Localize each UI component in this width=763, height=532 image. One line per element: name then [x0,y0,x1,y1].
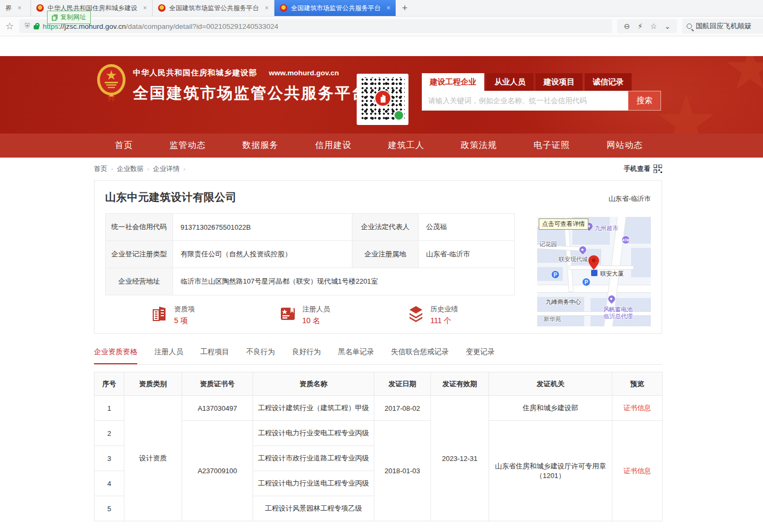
tab-projects[interactable]: 工程项目 [200,347,229,364]
nav-data-service[interactable]: 数据服务 [242,140,279,151]
tab-registered-personnel[interactable]: 注册人员 [154,347,183,364]
nav-e-license[interactable]: 电子证照 [534,140,570,151]
tab-bad-behavior[interactable]: 不良行为 [246,347,275,364]
security-shield-icon[interactable]: ⛨ [25,22,30,30]
mobile-view-label[interactable]: 手机查看 [624,165,650,174]
breadcrumb-company-data[interactable]: 企业数据 [117,165,144,174]
table-row: 企业登记注册类型 有限责任公司（自然人投资或控股） 企业注册属地 山东省-临沂市 [106,241,515,268]
col-preview: 预览 [612,372,663,396]
browser-tab-jzsc[interactable]: 全国建筑市场监管公共服务平台 × [153,0,274,16]
address-field[interactable]: ⛨ https://jzsc.mohurd.gov.cn/data/compan… [19,19,612,33]
company-location-map[interactable]: 点击可查看详情 九州超市 ATM 记花园 联安现代城 联安大厦 P P 九峰商务… [537,217,651,326]
certificate-icon [279,304,297,323]
brand-text: 中华人民共和国住房和城乡建设部 www.mohurd.gov.cn 全国建筑市场… [133,63,368,104]
nav-policy[interactable]: 政策法规 [461,140,497,151]
cell-category: 设计资质 [124,396,182,521]
map-label-garden: 记花园 [539,240,557,248]
legal-rep-value: 公茂福 [419,214,515,241]
stat-value: 111 个 [430,316,458,326]
copy-url-tooltip: 复制网址 [47,11,91,24]
parking-marker-icon: P [551,270,560,279]
site-brand[interactable]: 中华人民共和国住房和城乡建设部 www.mohurd.gov.cn 全国建筑市场… [96,63,368,104]
stat-label: 历史业绩 [430,304,458,314]
flash-icon[interactable]: ⚡ [638,22,643,30]
cell-index: 4 [95,471,124,496]
nav-home[interactable]: 首页 [115,140,133,151]
tab-blacklist[interactable]: 黑名单记录 [338,347,374,364]
tab-title: 全国建筑市场监管公共服务平台 [169,4,259,13]
col-authority: 发证机关 [489,372,612,396]
browser-tab-active[interactable]: 全国建筑市场监管公共服务平台 × [274,0,396,16]
new-tab-button[interactable]: + [396,0,414,16]
search-tab-project[interactable]: 建设项目 [536,73,583,91]
qr-mini-icon[interactable] [654,165,662,173]
stat-value: 10 名 [302,316,330,326]
site-header-banner: 中华人民共和国住房和城乡建设部 www.mohurd.gov.cn 全国建筑市场… [0,56,763,134]
building-icon [151,304,169,323]
ministry-website: www.mohurd.gov.cn [269,69,339,77]
nav-site-news[interactable]: 网站动态 [607,140,643,151]
map-label-battery-line2: 临沂总代理 [603,312,633,320]
red-location-pin-icon [588,255,599,270]
nav-supervision[interactable]: 监管动态 [169,140,206,151]
parking-marker-icon: P [582,278,591,286]
reg-place-value: 山东省-临沂市 [419,241,515,268]
qualification-table: 序号 资质类别 资质证书号 资质名称 发证日期 发证有效期 发证机关 预览 1 … [94,372,663,521]
search-suggestion-text[interactable]: 国航回应飞机颠簸 [696,21,751,31]
tab-change-records[interactable]: 变更记录 [466,347,495,364]
col-category: 资质类别 [124,372,182,396]
col-index: 序号 [95,372,124,396]
search-tab-enterprise[interactable]: 建设工程企业 [422,73,484,91]
company-stats: 资质项 5 项 注册人员 10 名 [151,304,535,326]
col-validity: 发证有效期 [431,372,489,396]
stat-historical-projects[interactable]: 历史业绩 111 个 [407,304,535,326]
reg-type-label: 企业登记注册类型 [106,241,173,268]
col-issue-date: 发证日期 [374,372,431,396]
breadcrumb-home[interactable]: 首页 [94,165,107,174]
certificate-info-link[interactable]: 证书信息 [612,396,663,421]
tab-qualifications[interactable]: 企业资质资格 [94,347,137,364]
cell-cert-no: A237009100 [182,421,253,521]
chevron-down-icon[interactable]: ⌄ [664,22,671,30]
map-label-lianan-tower: 联安大厦 [600,270,624,278]
search-button[interactable]: 搜索 [628,91,661,111]
browser-search-box[interactable]: 国航回应飞机颠簸 [682,19,763,34]
map-label-lianan-city: 联安现代城 [559,255,588,263]
stat-registered-personnel[interactable]: 注册人员 10 名 [279,304,407,326]
zoom-out-icon[interactable]: ⊖ [624,22,630,30]
company-info-table: 统一社会信用代码 91371302675501022B 企业法定代表人 公茂福 … [105,213,515,295]
search-tab-personnel[interactable]: 从业人员 [486,73,533,91]
tab-close-icon[interactable]: × [18,4,21,12]
search-tab-credit[interactable]: 诚信记录 [585,73,632,91]
tab-good-behavior[interactable]: 良好行为 [292,347,321,364]
cell-qual-name: 工程设计电力行业变电工程专业丙级 [253,421,374,446]
stat-qualifications[interactable]: 资质项 5 项 [151,304,279,326]
breadcrumb-company-detail[interactable]: 企业详情 [153,165,179,174]
qr-center-logo-icon [374,90,391,107]
tab-close-icon[interactable]: × [143,4,147,12]
tab-dishonesty-records[interactable]: 失信联合惩戒记录 [391,347,449,364]
cell-issue-date: 2017-08-02 [374,396,431,421]
tab-bar: 界 × 中华人民共和国住房和城乡建设 × 全国建筑市场监管公共服务平台 × 全国… [0,0,763,17]
certificate-info-link[interactable]: 证书信息 [612,421,663,521]
reg-place-label: 企业注册属地 [352,241,419,268]
browser-action-icons: ⊖ ⚡ ☆ ⌄ [617,19,677,33]
nav-credit[interactable]: 信用建设 [315,140,351,151]
nav-workers[interactable]: 建筑工人 [388,140,424,151]
ministry-name: 中华人民共和国住房和城乡建设部 [133,68,257,78]
keyword-search-input[interactable] [422,91,628,111]
table-header-row: 序号 资质类别 资质证书号 资质名称 发证日期 发证有效期 发证机关 预览 [95,372,663,396]
bookmark-star-icon[interactable]: ☆ [5,20,14,32]
reg-type-value: 有限责任公司（自然人投资或控股） [173,241,352,268]
detail-tabs: 企业资质资格 注册人员 工程项目 不良行为 良好行为 黑名单记录 失信联合惩戒记… [94,347,662,365]
credit-code-value: 91371302675501022B [173,214,352,241]
qr-wechat-icon [394,110,404,121]
emblem-favicon-icon [280,4,287,12]
browser-tab-partial[interactable]: 界 × [0,0,31,16]
favorite-star-icon[interactable]: ☆ [650,22,657,30]
tab-close-icon[interactable]: × [387,4,390,12]
url-bar: ☆ ⛨ https://jzsc.mohurd.gov.cn/data/comp… [0,17,763,36]
tab-title: 界 [5,4,12,13]
tab-close-icon[interactable]: × [265,4,269,12]
company-summary-card: 山东中元建筑设计有限公司 山东省-临沂市 统一社会信用代码 9137130267… [94,180,662,334]
